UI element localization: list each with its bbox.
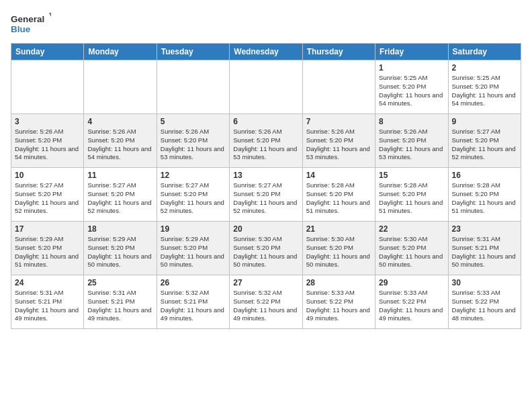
calendar-cell: 20Sunrise: 5:30 AM Sunset: 5:20 PM Dayli… — [230, 222, 302, 275]
day-number: 14 — [306, 171, 371, 180]
day-info: Sunrise: 5:27 AM Sunset: 5:20 PM Dayligh… — [452, 128, 517, 162]
day-number: 6 — [233, 117, 298, 126]
day-number: 26 — [161, 278, 226, 287]
svg-text:Blue: Blue — [11, 24, 31, 34]
logo-icon: General Blue — [11, 8, 51, 38]
day-info: Sunrise: 5:29 AM Sunset: 5:20 PM Dayligh… — [87, 235, 152, 269]
day-number: 2 — [452, 63, 517, 73]
calendar-table: SundayMondayTuesdayWednesdayThursdayFrid… — [11, 43, 521, 329]
day-info: Sunrise: 5:31 AM Sunset: 5:21 PM Dayligh… — [452, 235, 517, 269]
day-number: 21 — [306, 224, 371, 234]
calendar-cell: 30Sunrise: 5:33 AM Sunset: 5:22 PM Dayli… — [448, 275, 521, 329]
day-info: Sunrise: 5:31 AM Sunset: 5:21 PM Dayligh… — [87, 289, 152, 323]
day-info: Sunrise: 5:31 AM Sunset: 5:21 PM Dayligh… — [15, 289, 80, 323]
calendar-cell: 12Sunrise: 5:27 AM Sunset: 5:20 PM Dayli… — [157, 168, 229, 222]
col-header-wednesday: Wednesday — [230, 44, 302, 60]
day-number: 27 — [233, 278, 298, 287]
day-number: 18 — [87, 224, 152, 234]
col-header-thursday: Thursday — [302, 44, 375, 60]
day-number: 29 — [379, 278, 444, 287]
day-info: Sunrise: 5:33 AM Sunset: 5:22 PM Dayligh… — [379, 289, 444, 323]
header: General Blue — [11, 8, 521, 38]
day-info: Sunrise: 5:26 AM Sunset: 5:20 PM Dayligh… — [233, 128, 298, 162]
day-info: Sunrise: 5:27 AM Sunset: 5:20 PM Dayligh… — [161, 181, 226, 216]
day-info: Sunrise: 5:33 AM Sunset: 5:22 PM Dayligh… — [306, 289, 371, 323]
day-number: 28 — [306, 278, 371, 287]
calendar-cell: 15Sunrise: 5:28 AM Sunset: 5:20 PM Dayli… — [375, 168, 448, 222]
calendar-cell: 29Sunrise: 5:33 AM Sunset: 5:22 PM Dayli… — [375, 275, 448, 329]
calendar-cell — [230, 60, 302, 114]
calendar-cell: 21Sunrise: 5:30 AM Sunset: 5:20 PM Dayli… — [302, 222, 375, 275]
day-info: Sunrise: 5:25 AM Sunset: 5:20 PM Dayligh… — [379, 74, 444, 108]
page: General Blue SundayMondayTuesdayWednesda… — [0, 0, 532, 334]
day-number: 7 — [306, 117, 371, 126]
calendar-cell: 6Sunrise: 5:26 AM Sunset: 5:20 PM Daylig… — [230, 114, 302, 168]
calendar-cell: 25Sunrise: 5:31 AM Sunset: 5:21 PM Dayli… — [84, 275, 157, 329]
day-info: Sunrise: 5:32 AM Sunset: 5:21 PM Dayligh… — [161, 289, 226, 323]
svg-text:General: General — [11, 14, 44, 24]
day-number: 12 — [161, 171, 226, 180]
day-info: Sunrise: 5:30 AM Sunset: 5:20 PM Dayligh… — [233, 235, 298, 269]
day-number: 10 — [15, 171, 80, 180]
calendar-cell — [157, 60, 229, 114]
day-number: 1 — [379, 63, 444, 73]
calendar-cell: 22Sunrise: 5:30 AM Sunset: 5:20 PM Dayli… — [375, 222, 448, 275]
day-info: Sunrise: 5:33 AM Sunset: 5:22 PM Dayligh… — [452, 289, 517, 323]
calendar-cell: 3Sunrise: 5:26 AM Sunset: 5:20 PM Daylig… — [11, 114, 84, 168]
calendar-cell: 24Sunrise: 5:31 AM Sunset: 5:21 PM Dayli… — [11, 275, 84, 329]
day-number: 25 — [87, 278, 152, 287]
day-info: Sunrise: 5:28 AM Sunset: 5:20 PM Dayligh… — [452, 181, 517, 216]
day-info: Sunrise: 5:27 AM Sunset: 5:20 PM Dayligh… — [87, 181, 152, 216]
day-number: 3 — [15, 117, 80, 126]
day-number: 22 — [379, 224, 444, 234]
day-number: 16 — [452, 171, 517, 180]
col-header-monday: Monday — [84, 44, 157, 60]
day-number: 11 — [87, 171, 152, 180]
day-number: 30 — [452, 278, 517, 287]
day-info: Sunrise: 5:27 AM Sunset: 5:20 PM Dayligh… — [233, 181, 298, 216]
col-header-tuesday: Tuesday — [157, 44, 229, 60]
day-number: 20 — [233, 224, 298, 234]
day-info: Sunrise: 5:26 AM Sunset: 5:20 PM Dayligh… — [15, 128, 80, 162]
calendar-cell: 2Sunrise: 5:25 AM Sunset: 5:20 PM Daylig… — [448, 60, 521, 114]
day-number: 19 — [161, 224, 226, 234]
day-number: 4 — [87, 117, 152, 126]
calendar-cell — [11, 60, 84, 114]
calendar-cell: 23Sunrise: 5:31 AM Sunset: 5:21 PM Dayli… — [448, 222, 521, 275]
col-header-saturday: Saturday — [448, 44, 521, 60]
day-info: Sunrise: 5:30 AM Sunset: 5:20 PM Dayligh… — [379, 235, 444, 269]
calendar-cell: 10Sunrise: 5:27 AM Sunset: 5:20 PM Dayli… — [11, 168, 84, 222]
day-info: Sunrise: 5:25 AM Sunset: 5:20 PM Dayligh… — [452, 74, 517, 108]
svg-marker-2 — [49, 13, 51, 17]
day-info: Sunrise: 5:32 AM Sunset: 5:22 PM Dayligh… — [233, 289, 298, 323]
calendar-cell: 18Sunrise: 5:29 AM Sunset: 5:20 PM Dayli… — [84, 222, 157, 275]
day-info: Sunrise: 5:28 AM Sunset: 5:20 PM Dayligh… — [306, 181, 371, 216]
calendar-cell: 4Sunrise: 5:26 AM Sunset: 5:20 PM Daylig… — [84, 114, 157, 168]
calendar-cell: 26Sunrise: 5:32 AM Sunset: 5:21 PM Dayli… — [157, 275, 229, 329]
day-info: Sunrise: 5:27 AM Sunset: 5:20 PM Dayligh… — [15, 181, 80, 216]
day-number: 24 — [15, 278, 80, 287]
day-number: 13 — [233, 171, 298, 180]
day-info: Sunrise: 5:26 AM Sunset: 5:20 PM Dayligh… — [161, 128, 226, 162]
day-info: Sunrise: 5:29 AM Sunset: 5:20 PM Dayligh… — [161, 235, 226, 269]
calendar-cell: 27Sunrise: 5:32 AM Sunset: 5:22 PM Dayli… — [230, 275, 302, 329]
calendar-cell: 9Sunrise: 5:27 AM Sunset: 5:20 PM Daylig… — [448, 114, 521, 168]
day-info: Sunrise: 5:26 AM Sunset: 5:20 PM Dayligh… — [87, 128, 152, 162]
logo: General Blue — [11, 8, 51, 38]
day-number: 8 — [379, 117, 444, 126]
day-number: 5 — [161, 117, 226, 126]
col-header-friday: Friday — [375, 44, 448, 60]
day-number: 23 — [452, 224, 517, 234]
calendar-cell: 13Sunrise: 5:27 AM Sunset: 5:20 PM Dayli… — [230, 168, 302, 222]
calendar-cell: 19Sunrise: 5:29 AM Sunset: 5:20 PM Dayli… — [157, 222, 229, 275]
day-info: Sunrise: 5:26 AM Sunset: 5:20 PM Dayligh… — [306, 128, 371, 162]
calendar-cell: 16Sunrise: 5:28 AM Sunset: 5:20 PM Dayli… — [448, 168, 521, 222]
calendar-cell: 8Sunrise: 5:26 AM Sunset: 5:20 PM Daylig… — [375, 114, 448, 168]
day-info: Sunrise: 5:30 AM Sunset: 5:20 PM Dayligh… — [306, 235, 371, 269]
day-info: Sunrise: 5:28 AM Sunset: 5:20 PM Dayligh… — [379, 181, 444, 216]
calendar-cell: 28Sunrise: 5:33 AM Sunset: 5:22 PM Dayli… — [302, 275, 375, 329]
calendar-cell — [302, 60, 375, 114]
calendar-cell: 11Sunrise: 5:27 AM Sunset: 5:20 PM Dayli… — [84, 168, 157, 222]
day-number: 9 — [452, 117, 517, 126]
day-number: 17 — [15, 224, 80, 234]
